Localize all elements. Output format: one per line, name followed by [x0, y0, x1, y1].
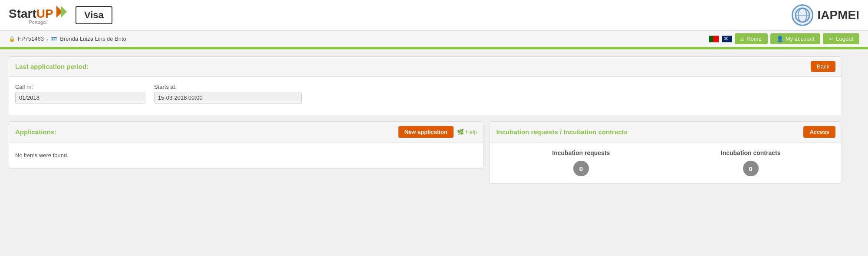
user-name: Brenda Luiza Lins de Brito: [60, 36, 126, 42]
user-info: 🔒 FP751463 - 🪪 Brenda Luiza Lins de Brit…: [9, 36, 126, 42]
call-nr-input: [15, 92, 145, 104]
incubation-card: Incubation requests / Incubation contrac…: [490, 121, 842, 184]
incubation-body: Incubation requests 0 Incubation contrac…: [490, 143, 842, 183]
iapmei-emblem-icon: [794, 7, 811, 23]
lock-icon: 🔒: [9, 36, 15, 42]
no-items-text: No items were found.: [15, 149, 477, 161]
applications-body: No items were found.: [9, 143, 483, 168]
navbar: 🔒 FP751463 - 🪪 Brenda Luiza Lins de Brit…: [0, 31, 868, 48]
main-content: Last application period: Back Call nr: S…: [0, 49, 851, 197]
flag-portugal-icon[interactable]: [709, 36, 719, 42]
incubation-contracts-label: Incubation contracts: [721, 149, 781, 156]
home-label: Home: [746, 36, 762, 42]
incubation-actions: Access: [803, 126, 835, 138]
logout-button[interactable]: ↩ Logout: [823, 33, 859, 44]
separator: -: [46, 36, 48, 42]
logo-arrow-icon: [56, 6, 67, 18]
new-application-button[interactable]: New application: [398, 126, 454, 138]
logout-label: Logout: [836, 36, 853, 42]
last-application-header: Last application period: Back: [9, 57, 842, 77]
flag-english-icon[interactable]: [722, 36, 732, 42]
applications-header: Applications: New application 🌿 Help: [9, 122, 483, 143]
incubation-requests-label: Incubation requests: [552, 149, 610, 156]
starts-at-input: [154, 92, 302, 104]
logout-icon: ↩: [829, 36, 834, 42]
help-icon: 🌿: [457, 129, 464, 135]
incubation-header: Incubation requests / Incubation contrac…: [490, 122, 842, 143]
applications-column: Applications: New application 🌿 Help No …: [9, 121, 483, 190]
visa-badge: Visa: [76, 6, 112, 24]
iapmei-circle-icon: [792, 4, 813, 26]
home-button[interactable]: ⌂ Home: [735, 33, 768, 44]
logo-portugal: Portugal: [9, 20, 67, 25]
starts-at-label: Starts at:: [154, 84, 302, 90]
user-icon: 👤: [776, 36, 783, 42]
help-label: Help: [466, 129, 477, 135]
incubation-requests-count: 0: [573, 161, 589, 176]
iapmei-logo: IAPMEI: [792, 4, 859, 26]
call-nr-label: Call nr:: [15, 84, 145, 90]
help-link[interactable]: 🌿 Help: [457, 129, 477, 135]
my-account-button[interactable]: 👤 My account: [770, 33, 820, 44]
last-application-body: Call nr: Starts at:: [9, 77, 842, 115]
incubation-requests-col: Incubation requests 0: [496, 149, 666, 176]
id-card-icon: 🪪: [51, 36, 57, 42]
page-header: StartUP Portugal Visa IAPMEI: [0, 0, 868, 31]
logo-area: StartUP Portugal Visa: [9, 6, 112, 25]
svg-marker-1: [61, 6, 67, 18]
incubation-contracts-count: 0: [743, 161, 759, 176]
home-icon: ⌂: [741, 36, 744, 42]
last-application-title: Last application period:: [15, 63, 89, 70]
logo-start: Start: [9, 7, 36, 20]
startup-logo: StartUP Portugal: [9, 6, 67, 25]
applications-actions: New application 🌿 Help: [398, 126, 477, 138]
starts-at-group: Starts at:: [154, 84, 302, 104]
iapmei-text: IAPMEI: [818, 8, 859, 22]
form-row: Call nr: Starts at:: [15, 84, 835, 104]
nav-buttons: ⌂ Home 👤 My account ↩ Logout: [709, 33, 859, 44]
last-application-card: Last application period: Back Call nr: S…: [9, 56, 842, 115]
call-nr-group: Call nr:: [15, 84, 145, 104]
applications-card: Applications: New application 🌿 Help No …: [9, 121, 483, 169]
access-button[interactable]: Access: [803, 126, 835, 138]
back-button[interactable]: Back: [811, 61, 835, 72]
user-id: FP751463: [18, 36, 44, 42]
incubation-column: Incubation requests / Incubation contrac…: [490, 121, 842, 190]
my-account-label: My account: [786, 36, 814, 42]
incubation-contracts-col: Incubation contracts 0: [666, 149, 835, 176]
applications-title: Applications:: [15, 128, 56, 136]
logo-up: UP: [36, 7, 53, 20]
two-col-section: Applications: New application 🌿 Help No …: [9, 121, 842, 190]
incubation-title: Incubation requests / Incubation contrac…: [496, 128, 628, 136]
